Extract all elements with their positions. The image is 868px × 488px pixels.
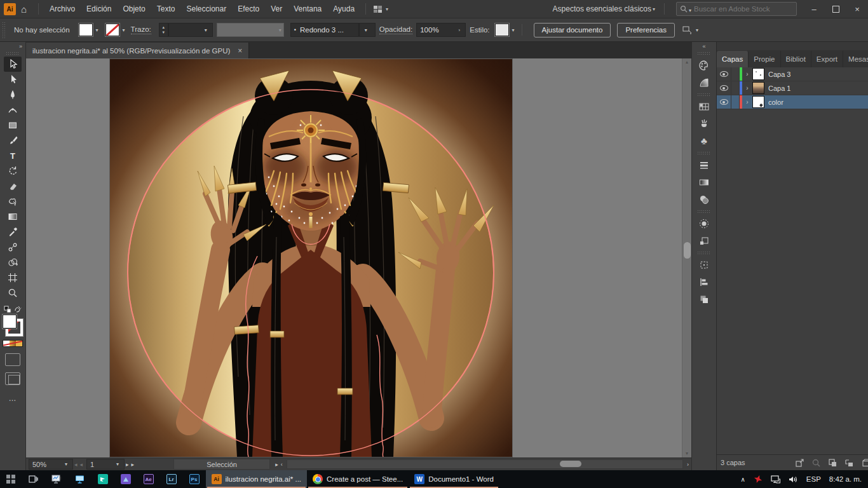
filmora-button[interactable]: [92, 470, 114, 488]
stroke-color-swatch[interactable]: [105, 24, 119, 36]
vertical-scroll-thumb[interactable]: [684, 242, 691, 259]
tab-capas[interactable]: Capas: [717, 51, 749, 67]
curvature-tool[interactable]: [4, 102, 22, 118]
vertical-scrollbar[interactable]: ▴ ▾: [682, 58, 691, 458]
isolate-dropdown-icon[interactable]: ▾: [694, 26, 700, 34]
expand-chevron-icon[interactable]: ›: [742, 71, 752, 78]
default-fill-stroke-icon[interactable]: [4, 306, 11, 313]
arrange-documents-icon[interactable]: [374, 6, 382, 13]
artboard-dropdown-icon[interactable]: ▾: [114, 460, 121, 468]
horizontal-scrollbar[interactable]: [287, 459, 683, 469]
next-artboard-icon[interactable]: ▸: [126, 461, 129, 468]
visibility-toggle[interactable]: [717, 95, 731, 109]
visibility-toggle[interactable]: [717, 67, 731, 81]
display-button[interactable]: [68, 470, 92, 488]
stroke-weight-label[interactable]: Trazo:: [131, 25, 151, 34]
transform-panel-icon[interactable]: [695, 256, 714, 273]
layer-thumbnail[interactable]: [752, 96, 764, 108]
prev-artboard-icon[interactable]: ◂: [80, 461, 83, 468]
lock-toggle[interactable]: [731, 81, 740, 95]
scroll-up-icon[interactable]: ▴: [686, 58, 688, 66]
tab-close-icon[interactable]: ×: [238, 46, 242, 55]
adobe-stock-search[interactable]: ▾: [676, 2, 797, 16]
color-button[interactable]: [3, 341, 10, 346]
document-tab[interactable]: ilustracion negrita.ai* al 50% (RGB/Prev…: [26, 43, 249, 58]
zoom-tool[interactable]: [4, 285, 22, 301]
style-dropdown-icon[interactable]: ▾: [510, 26, 517, 34]
artboard[interactable]: [110, 59, 512, 457]
visibility-toggle[interactable]: [717, 81, 731, 95]
home-icon[interactable]: ⌂: [21, 4, 27, 15]
fill-indicator-white[interactable]: [3, 315, 17, 329]
stroke-weight-field[interactable]: ▾: [168, 23, 213, 37]
draw-normal-mode-button[interactable]: [5, 353, 20, 366]
taskbar-app-word[interactable]: W Documento1 - Word: [409, 470, 499, 488]
canvas[interactable]: ▴ ▾: [26, 58, 691, 458]
shape-builder-tool[interactable]: [4, 255, 22, 270]
type-tool[interactable]: T: [4, 148, 22, 163]
clock[interactable]: 8:42 a. m.: [829, 475, 862, 483]
first-artboard-icon[interactable]: ◂: [74, 461, 78, 468]
edit-toolbar-button[interactable]: …: [9, 394, 17, 403]
artboard-number-field[interactable]: 1 ▾: [86, 459, 125, 470]
stroke-dropdown-icon[interactable]: ▾: [121, 26, 127, 34]
layer-row-capa3[interactable]: › Capa 3 ○: [717, 67, 868, 81]
zoom-level-field[interactable]: 50% ▾: [29, 459, 73, 470]
menu-efecto[interactable]: Efecto: [232, 0, 265, 18]
network-tray-icon[interactable]: [771, 475, 780, 484]
graphic-styles-panel-icon[interactable]: [695, 232, 714, 249]
toolbar-expand-icon[interactable]: »: [0, 42, 25, 50]
horizontal-scroll-thumb[interactable]: [560, 461, 581, 467]
app-logo-ai[interactable]: Ai: [4, 3, 16, 15]
layer-name[interactable]: color: [768, 98, 868, 106]
paintbrush-tool[interactable]: [4, 133, 22, 148]
fill-stroke-indicator[interactable]: [2, 315, 24, 336]
status-display-field[interactable]: Selección: [173, 459, 270, 470]
isolate-icon[interactable]: [682, 25, 693, 34]
stroke-weight-stepper[interactable]: ▴ ▾: [159, 23, 168, 37]
new-layer-icon[interactable]: [861, 458, 868, 468]
scroll-down-icon[interactable]: ▾: [686, 450, 688, 458]
taskbar-app-chrome[interactable]: Create a post — Stee...: [307, 470, 409, 488]
tab-bibliotecas[interactable]: Bibliot: [781, 51, 811, 67]
opacity-label[interactable]: Opacidad:: [379, 25, 412, 34]
symbols-panel-icon[interactable]: ♣: [695, 132, 714, 149]
hscroll-left-icon[interactable]: ‹: [281, 461, 283, 468]
color-panel-icon[interactable]: [695, 57, 714, 74]
close-button[interactable]: ×: [846, 0, 868, 18]
last-artboard-icon[interactable]: ▸: [132, 461, 135, 468]
fill-color-swatch[interactable]: [79, 24, 93, 36]
lock-toggle[interactable]: [731, 95, 740, 109]
swap-fill-stroke-icon[interactable]: [14, 306, 22, 313]
brush-dropdown-icon[interactable]: ▾: [363, 26, 369, 34]
expand-chevron-icon[interactable]: ›: [742, 98, 752, 105]
antivirus-tray-icon[interactable]: [754, 475, 763, 484]
stepper-down-icon[interactable]: ▾: [163, 30, 165, 35]
collect-for-export-icon[interactable]: [795, 458, 804, 468]
shaper-tool[interactable]: [4, 194, 22, 209]
zoom-dropdown-icon[interactable]: ▾: [63, 460, 69, 468]
menu-seleccionar[interactable]: Seleccionar: [180, 0, 232, 18]
search-input[interactable]: [693, 4, 771, 13]
fit-document-button[interactable]: Ajustar documento: [534, 23, 611, 37]
gradient-panel-icon[interactable]: [695, 173, 714, 191]
fill-dropdown-icon[interactable]: ▾: [94, 26, 100, 34]
transparency-panel-icon[interactable]: [695, 191, 714, 208]
color-guide-panel-icon[interactable]: [695, 74, 714, 91]
photo-app-button[interactable]: [114, 470, 137, 488]
opacity-field[interactable]: 100% ›: [416, 23, 466, 37]
rotate-tool[interactable]: [4, 163, 22, 179]
lightroom-button[interactable]: Lr: [160, 470, 183, 488]
dock-collapse-icon[interactable]: «: [692, 42, 716, 50]
layer-name[interactable]: Capa 3: [768, 71, 868, 78]
taskbar-app-illustrator[interactable]: Ai ilustracion negrita.ai* ...: [206, 470, 308, 488]
blend-tool[interactable]: [4, 240, 22, 255]
tablet-settings-button[interactable]: [44, 470, 68, 488]
rectangle-tool[interactable]: [4, 118, 22, 133]
menu-ventana[interactable]: Ventana: [288, 0, 327, 18]
layer-thumbnail[interactable]: [752, 68, 764, 80]
minimize-button[interactable]: –: [803, 0, 825, 18]
lock-toggle[interactable]: [731, 67, 740, 81]
eraser-tool[interactable]: [4, 179, 22, 194]
task-view-button[interactable]: [22, 470, 44, 488]
